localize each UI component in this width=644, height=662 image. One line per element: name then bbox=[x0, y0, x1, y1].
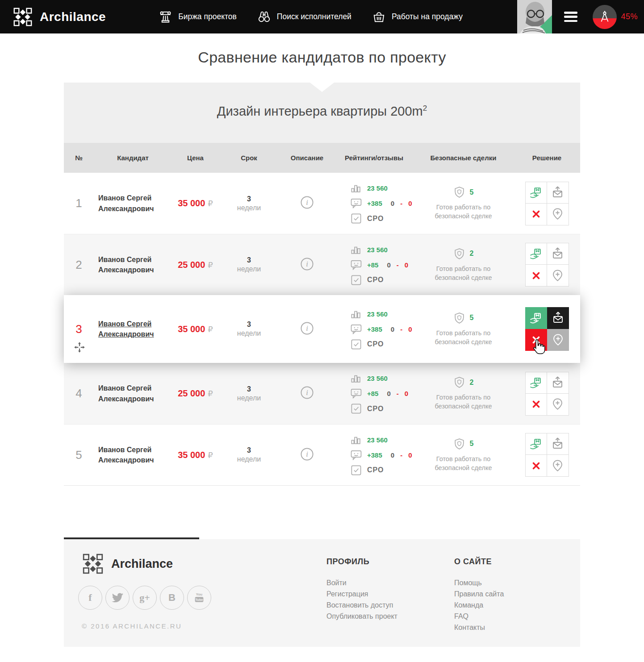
neutral-reviews: 0 bbox=[391, 325, 394, 333]
info-icon[interactable] bbox=[300, 257, 314, 271]
views-count: 23 560 bbox=[367, 184, 388, 192]
footer-link-register[interactable]: Регистрация bbox=[326, 588, 397, 600]
currency-symbol: ₽ bbox=[208, 389, 213, 398]
deals-text: Готов работать по безопасной сделке bbox=[428, 454, 499, 472]
google-plus-icon[interactable]: g+ bbox=[133, 586, 157, 610]
price-value: 35 000 bbox=[178, 450, 205, 460]
footer-column-title: О САЙТЕ bbox=[454, 557, 504, 566]
social-links: f g+ B You Tube bbox=[78, 586, 211, 610]
hire-button[interactable] bbox=[525, 243, 547, 265]
youtube-icon[interactable]: You Tube bbox=[187, 586, 211, 610]
nav-item-find-contractors[interactable]: Поиск исполнителей bbox=[257, 10, 351, 24]
info-icon[interactable] bbox=[300, 447, 314, 461]
add-location-button[interactable] bbox=[547, 265, 569, 287]
reject-button[interactable] bbox=[525, 204, 547, 225]
envelope-up-icon bbox=[551, 437, 565, 451]
footer-left: Archilance f g+ B You Tube © 2016 ARCHIL… bbox=[78, 553, 211, 630]
x-icon bbox=[529, 269, 543, 283]
row-number: 4 bbox=[64, 387, 94, 400]
info-icon[interactable] bbox=[300, 321, 314, 335]
reject-button[interactable] bbox=[525, 455, 547, 477]
shield-icon bbox=[453, 438, 465, 450]
vk-icon[interactable]: B bbox=[160, 586, 184, 610]
positive-reviews: +85 bbox=[367, 390, 378, 397]
add-location-button[interactable] bbox=[547, 394, 569, 416]
nav-item-works-for-sale[interactable]: Работы на продажу bbox=[372, 10, 463, 24]
drag-move-icon[interactable] bbox=[73, 341, 86, 354]
candidate-name[interactable]: Иванов Сергей Александрович bbox=[98, 254, 172, 275]
hire-button[interactable] bbox=[525, 307, 547, 329]
pin-plus-icon bbox=[551, 459, 565, 473]
deals-text: Готов работать по безопасной сделке bbox=[428, 264, 499, 282]
info-icon[interactable] bbox=[300, 196, 314, 209]
candidate-name[interactable]: Иванов Сергей Александрович bbox=[98, 383, 172, 404]
negative-reviews: 0 bbox=[408, 325, 412, 333]
brand-logo[interactable]: Archilance bbox=[13, 7, 106, 27]
reviews-bubble-icon bbox=[350, 259, 362, 271]
hire-button[interactable] bbox=[525, 182, 547, 204]
deals-count: 2 bbox=[470, 250, 474, 258]
candidate-name[interactable]: Иванов Сергей Александрович bbox=[98, 445, 172, 465]
views-chart-icon bbox=[350, 434, 362, 446]
views-count: 23 560 bbox=[367, 310, 388, 318]
hire-button[interactable] bbox=[525, 433, 547, 455]
reject-button[interactable] bbox=[525, 265, 547, 287]
views-chart-icon bbox=[350, 182, 362, 194]
reject-button[interactable] bbox=[525, 329, 547, 351]
send-message-button[interactable] bbox=[547, 307, 569, 329]
col-number: № bbox=[64, 154, 94, 162]
superscript: 2 bbox=[423, 104, 427, 112]
hire-hand-box-icon bbox=[529, 311, 543, 325]
candidate-name[interactable]: Иванов Сергей Александрович bbox=[98, 193, 172, 213]
currency-symbol: ₽ bbox=[208, 451, 213, 460]
sro-checkbox-icon bbox=[350, 338, 362, 350]
footer-link-site-rules[interactable]: Правила сайта bbox=[454, 588, 504, 600]
negative-reviews: 0 bbox=[405, 390, 408, 397]
send-message-button[interactable] bbox=[547, 243, 569, 265]
table-row-dragged[interactable]: 3 Иванов Сергей Александрович 35 000₽ 3н… bbox=[64, 295, 580, 363]
footer-link-login[interactable]: Войти bbox=[326, 577, 397, 588]
table-body: 1 Иванов Сергей Александрович 35 000₽ 3н… bbox=[64, 173, 580, 486]
footer-link-team[interactable]: Команда bbox=[454, 600, 504, 611]
info-icon[interactable] bbox=[300, 386, 314, 400]
send-message-button[interactable] bbox=[547, 182, 569, 204]
footer-link-faq[interactable]: FAQ bbox=[454, 611, 504, 622]
deals-count: 2 bbox=[470, 379, 474, 387]
profile-progress[interactable]: 45% bbox=[593, 5, 638, 29]
shield-icon bbox=[453, 248, 465, 260]
reject-button[interactable] bbox=[525, 394, 547, 416]
footer-link-restore-access[interactable]: Востановить доступ bbox=[326, 600, 397, 611]
negative-reviews: 0 bbox=[408, 451, 412, 459]
decision-grid bbox=[525, 182, 569, 225]
add-location-button[interactable] bbox=[547, 204, 569, 225]
facebook-icon[interactable]: f bbox=[78, 586, 102, 610]
hamburger-menu-icon[interactable] bbox=[564, 12, 577, 22]
col-term: Срок bbox=[219, 154, 279, 162]
twitter-icon[interactable] bbox=[105, 586, 130, 610]
send-message-button[interactable] bbox=[547, 433, 569, 455]
nav-item-projects-exchange[interactable]: Биржа проектов bbox=[159, 10, 237, 24]
x-icon bbox=[529, 207, 543, 221]
add-location-button[interactable] bbox=[547, 329, 569, 351]
pin-plus-icon bbox=[551, 333, 565, 347]
neutral-reviews: 0 bbox=[387, 261, 390, 269]
add-location-button[interactable] bbox=[547, 455, 569, 477]
candidate-name[interactable]: Иванов Сергей Александрович bbox=[98, 319, 172, 339]
shield-icon bbox=[453, 312, 465, 324]
pin-plus-icon bbox=[551, 269, 565, 283]
sro-label: СРО bbox=[367, 215, 384, 223]
send-message-button[interactable] bbox=[547, 372, 569, 394]
envelope-up-icon bbox=[551, 247, 565, 261]
brand-name: Archilance bbox=[40, 10, 106, 24]
user-avatar[interactable] bbox=[517, 0, 552, 33]
col-price: Цена bbox=[172, 154, 219, 162]
footer-link-contacts[interactable]: Контакты bbox=[454, 622, 504, 633]
envelope-up-icon bbox=[551, 311, 565, 325]
currency-symbol: ₽ bbox=[208, 261, 213, 270]
footer-brand[interactable]: Archilance bbox=[82, 553, 211, 575]
table-row: 5 Иванов Сергей Александрович 35 000₽ 3н… bbox=[64, 424, 580, 485]
footer-link-help[interactable]: Помощь bbox=[454, 577, 504, 588]
page-title: Сравнение кандидатов по проекту bbox=[0, 33, 644, 66]
hire-button[interactable] bbox=[525, 372, 547, 394]
footer-link-publish-project[interactable]: Опубликовать проект bbox=[326, 611, 397, 622]
